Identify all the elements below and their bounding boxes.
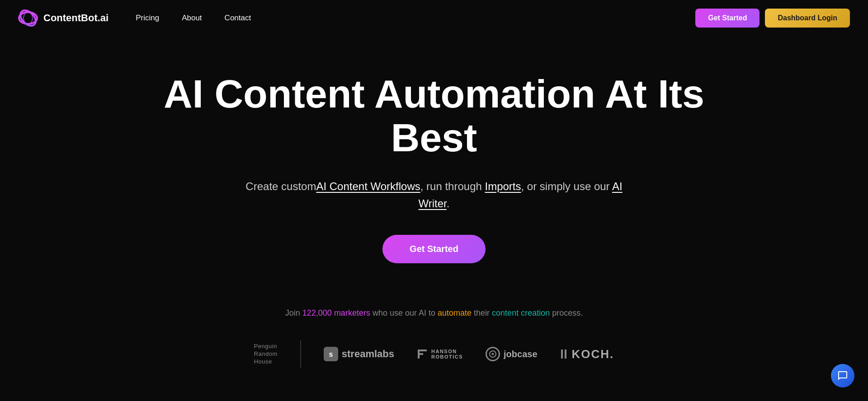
streamlabs-icon: s [324, 347, 338, 361]
chat-icon [837, 370, 848, 381]
logo-icon [18, 8, 38, 28]
logo-text: ContentBot.ai [43, 12, 108, 24]
brand-logos: Penguin Random House s streamlabs HANSON… [254, 340, 614, 368]
hero-subtitle-after: , or simply use our [521, 180, 610, 192]
social-proof-text: Join 122,000 marketers who use our AI to… [285, 308, 583, 318]
nav-right: Get Started Dashboard Login [695, 9, 850, 28]
logo-jobcase: jobcase [486, 347, 537, 361]
logo[interactable]: ContentBot.ai [18, 8, 108, 28]
svg-rect-9 [561, 350, 563, 359]
social-proof-mid2: who use our AI to [370, 308, 438, 317]
jobcase-circle-icon [489, 350, 497, 358]
nav-get-started-button[interactable]: Get Started [695, 9, 760, 28]
hero-subtitle-end: . [447, 197, 450, 210]
nav-links: Pricing About Contact [136, 14, 251, 23]
logo-hanson: HANSONROBOTICS [417, 349, 463, 359]
social-proof-content-creation: content creation [492, 308, 550, 317]
social-proof-automate: automate [438, 308, 472, 317]
chat-button[interactable] [831, 364, 854, 387]
nav-pricing[interactable]: Pricing [136, 14, 159, 23]
social-proof-section: Join 122,000 marketers who use our AI to… [0, 290, 868, 377]
social-proof-mid3: their [472, 308, 492, 317]
svg-rect-10 [565, 350, 566, 359]
logo-divider-1 [300, 340, 301, 368]
hanson-icon [417, 349, 428, 359]
hero-section: AI Content Automation At Its Best Create… [0, 36, 868, 290]
logo-koch: KOCH. [560, 347, 614, 361]
nav-contact[interactable]: Contact [225, 14, 251, 23]
navbar: ContentBot.ai Pricing About Contact Get … [0, 0, 868, 36]
nav-dashboard-login-button[interactable]: Dashboard Login [765, 9, 850, 28]
logo-penguin: Penguin Random House [254, 343, 278, 366]
social-proof-before: Join [285, 308, 302, 317]
svg-text:s: s [329, 350, 333, 358]
nav-about[interactable]: About [182, 14, 202, 23]
svg-point-2 [18, 8, 38, 28]
nav-left: ContentBot.ai Pricing About Contact [18, 8, 251, 28]
social-proof-count: 122,000 marketers [302, 308, 370, 317]
hero-get-started-button[interactable]: Get Started [382, 235, 486, 263]
hero-title: AI Content Automation At Its Best [163, 72, 705, 160]
hero-subtitle: Create customAI Content Workflows, run t… [231, 178, 637, 213]
logo-streamlabs: s streamlabs [324, 347, 394, 361]
koch-icon [560, 348, 569, 360]
social-proof-end: process. [550, 308, 583, 317]
hero-subtitle-mid: , run through [420, 180, 482, 192]
svg-rect-6 [418, 350, 427, 351]
hero-link-workflows[interactable]: AI Content Workflows [316, 180, 420, 192]
svg-rect-7 [418, 353, 423, 355]
hero-subtitle-before: Create custom [245, 180, 316, 192]
hero-link-imports[interactable]: Imports [485, 180, 521, 192]
